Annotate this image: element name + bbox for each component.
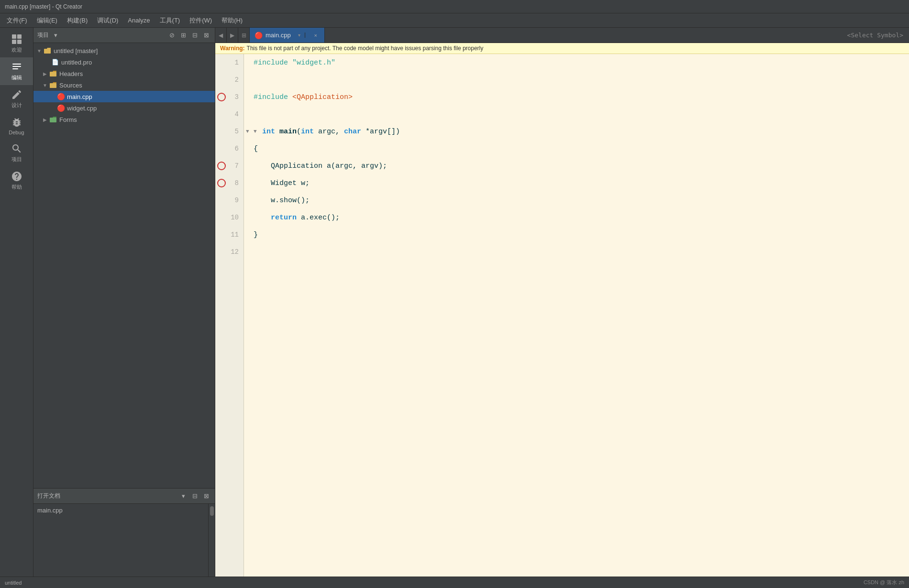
- tab-file-icon: 🔴: [255, 32, 263, 39]
- tab-dropdown-btn[interactable]: ▾: [294, 33, 305, 38]
- line-number-gutter: 1 2 3 4 5 6 7 8 9 10 11: [215, 54, 244, 577]
- gutter-1: 1: [215, 54, 244, 71]
- svg-rect-5: [12, 66, 21, 67]
- tab-close-btn[interactable]: ×: [312, 32, 320, 39]
- gutter-2: 2: [215, 71, 244, 88]
- code-line-7: QApplication a(argc, argv);: [244, 157, 909, 174]
- sidebar-item-welcome[interactable]: 欢迎: [0, 30, 33, 57]
- tree-file-widget-cpp[interactable]: 🔴 widget.cpp: [33, 102, 215, 114]
- tree-root[interactable]: ▼ untitled [master]: [33, 45, 215, 56]
- svg-rect-7: [44, 49, 51, 54]
- split-btn[interactable]: ⊟: [190, 31, 200, 40]
- tab-nav-forward[interactable]: ▶: [227, 28, 238, 43]
- code-line-5: ▼ int main(int argc, char *argv[]): [244, 123, 909, 140]
- bottom-panel-close[interactable]: ⊠: [201, 491, 211, 501]
- file-pro-label: untitled.pro: [61, 59, 92, 66]
- gutter-11: 11: [215, 226, 244, 243]
- warning-message: This file is not part of any project. Th…: [247, 45, 484, 52]
- breakpoint-3[interactable]: [217, 93, 226, 101]
- gutter-6: 6: [215, 140, 244, 157]
- gutter-12: 12: [215, 243, 244, 261]
- gutter-5: 5: [215, 123, 244, 140]
- svg-rect-0: [12, 34, 16, 39]
- svg-rect-4: [12, 64, 21, 65]
- project-panel: 项目 ▾ ⊘ ⊞ ⊟ ⊠ ▼ untitled [master]: [33, 28, 215, 577]
- tree-folder-sources[interactable]: ▼ Sources: [33, 79, 215, 91]
- tab-nav-back[interactable]: ◀: [215, 28, 227, 43]
- project-panel-header: 项目 ▾ ⊘ ⊞ ⊟ ⊠: [33, 28, 215, 43]
- svg-rect-3: [17, 40, 22, 44]
- svg-rect-1: [17, 34, 22, 39]
- bottom-panel-dropdown[interactable]: ▾: [178, 491, 188, 501]
- filter-btn[interactable]: ⊘: [167, 31, 177, 40]
- sidebar-item-debug[interactable]: Debug: [0, 113, 33, 139]
- code-line-3: #include <QApplication>: [244, 88, 909, 106]
- code-content[interactable]: #include "widget.h" #include <QApplicati…: [244, 54, 909, 577]
- sidebar-item-design[interactable]: 设计: [0, 85, 33, 113]
- folder-sources-label: Sources: [59, 82, 82, 89]
- gutter-7: 7: [215, 157, 244, 174]
- tab-bar: ◀ ▶ ⊞ 🔴 main.cpp ▾ × <Select Symbol>: [215, 28, 909, 43]
- project-header-label: 项目: [37, 31, 49, 39]
- help-label: 帮助: [11, 184, 22, 191]
- tree-file-main-cpp[interactable]: 🔴 main.cpp: [33, 91, 215, 102]
- sidebar-item-project[interactable]: 项目: [0, 139, 33, 167]
- menu-analyze[interactable]: Analyze: [123, 15, 155, 26]
- file-main-cpp-label: main.cpp: [67, 93, 92, 100]
- menu-controls[interactable]: 控件(W): [185, 14, 217, 27]
- menu-build[interactable]: 构建(B): [62, 14, 92, 27]
- open-doc-main-cpp[interactable]: main.cpp: [37, 506, 204, 515]
- sidebar-item-help[interactable]: 帮助: [0, 167, 33, 195]
- breakpoint-7[interactable]: [217, 162, 226, 170]
- svg-rect-6: [12, 68, 18, 69]
- breakpoint-8[interactable]: [217, 179, 226, 187]
- menu-file[interactable]: 文件(F): [2, 14, 32, 27]
- menu-edit[interactable]: 编辑(E): [32, 14, 62, 27]
- bottom-panel-header: 打开文档 ▾ ⊟ ⊠: [33, 489, 215, 504]
- sidebar-item-edit[interactable]: 编辑: [0, 57, 33, 85]
- svg-rect-2: [12, 40, 16, 44]
- symbol-selector[interactable]: <Select Symbol>: [842, 28, 909, 43]
- tree-folder-forms[interactable]: ▶ Forms: [33, 114, 215, 125]
- close-panel-btn[interactable]: ⊠: [201, 31, 211, 40]
- folder-headers-label: Headers: [59, 70, 83, 77]
- bottom-panel-split[interactable]: ⊟: [190, 491, 200, 501]
- bottom-panel: 打开文档 ▾ ⊟ ⊠ main.cpp: [33, 488, 215, 577]
- file-widget-cpp-label: widget.cpp: [67, 105, 97, 112]
- help-icon: [11, 171, 22, 182]
- code-line-10: return a.exec();: [244, 209, 909, 226]
- code-line-9: w.show();: [244, 192, 909, 209]
- tree-folder-headers[interactable]: ▶ Headers: [33, 68, 215, 79]
- svg-rect-8: [50, 72, 56, 76]
- title-bar: main.cpp [master] - Qt Creator: [0, 0, 909, 13]
- symbol-selector-text: <Select Symbol>: [847, 32, 903, 39]
- tree-file-pro[interactable]: 📄 untitled.pro: [33, 56, 215, 68]
- statusbar-watermark: CSDN @ 落水 zh: [864, 579, 904, 586]
- status-bar: untitled CSDN @ 落水 zh: [0, 577, 909, 588]
- menu-debug[interactable]: 调试(D): [92, 14, 123, 27]
- bottom-panel-content: main.cpp: [33, 504, 215, 577]
- project-label: 项目: [11, 156, 22, 163]
- grid-icon: [11, 33, 22, 45]
- gutter-9: 9: [215, 192, 244, 209]
- root-label: untitled [master]: [54, 47, 98, 54]
- menu-bar: 文件(F) 编辑(E) 构建(B) 调试(D) Analyze 工具(T) 控件…: [0, 13, 909, 28]
- tab-main-cpp[interactable]: 🔴 main.cpp ▾ ×: [250, 28, 325, 43]
- open-docs-list: main.cpp: [33, 504, 208, 577]
- project-panel-dropdown[interactable]: ▾: [51, 31, 60, 40]
- tab-filename: main.cpp: [266, 32, 291, 39]
- menu-tools[interactable]: 工具(T): [155, 14, 185, 27]
- link-btn[interactable]: ⊞: [178, 31, 188, 40]
- warning-bar: Warning: This file is not part of any pr…: [215, 43, 909, 54]
- code-line-2: [244, 71, 909, 88]
- bottom-panel-scrollbar[interactable]: [208, 504, 215, 577]
- code-editor[interactable]: 1 2 3 4 5 6 7 8 9 10 11: [215, 54, 909, 577]
- gutter-3: 3: [215, 88, 244, 106]
- main-area: 欢迎 编辑 设计 Debug 项目: [0, 28, 909, 577]
- edit-icon: [11, 61, 22, 73]
- debug-label: Debug: [9, 130, 24, 135]
- scrollbar-thumb[interactable]: [210, 506, 214, 516]
- tab-nav-recent[interactable]: ⊞: [238, 28, 250, 43]
- folder-forms-label: Forms: [59, 116, 77, 123]
- menu-help[interactable]: 帮助(H): [217, 14, 247, 27]
